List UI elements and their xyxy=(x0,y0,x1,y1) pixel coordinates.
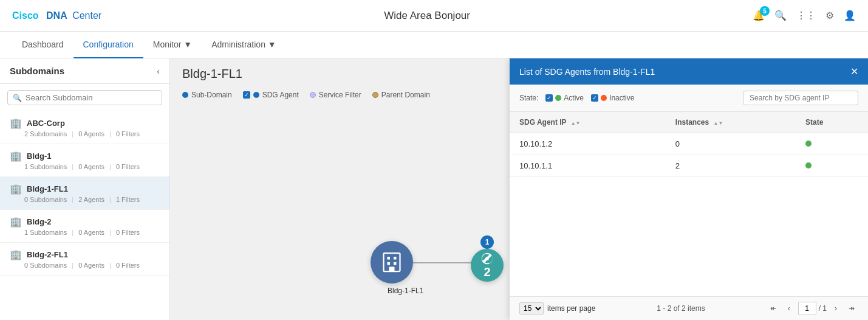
tab-configuration[interactable]: Configuration xyxy=(73,32,143,58)
building-icon-2: 🏢 xyxy=(10,183,22,195)
content-area: Bldg-1-FL1 Sub-Domain ✓ SDG Agent Servic… xyxy=(170,58,868,320)
col-ip[interactable]: SDG Agent IP ▲▼ xyxy=(510,112,666,133)
dot-parent xyxy=(372,92,378,98)
panel-close-btn[interactable]: ✕ xyxy=(850,66,858,77)
checkbox-active[interactable]: ✓ xyxy=(545,94,553,102)
page-title-header: Wide Area Bonjour xyxy=(384,10,470,22)
search-icon[interactable]: 🔍 xyxy=(774,10,787,21)
svg-rect-3 xyxy=(388,262,391,265)
page-next-btn[interactable]: › xyxy=(829,302,842,315)
table-row[interactable]: 10.10.1.1 2 xyxy=(510,155,868,177)
top-bar-icons: 🔔 5 🔍 ⋮⋮ ⚙ 👤 xyxy=(753,10,856,21)
sidebar-item-bldg1[interactable]: 🏢 Bldg-1 1 Subdomains | 0 Agents | 0 Fil… xyxy=(0,144,169,177)
sdg-node[interactable]: 1 2 xyxy=(471,249,504,282)
tab-dashboard[interactable]: Dashboard xyxy=(12,32,73,58)
search-icon-small: 🔍 xyxy=(13,94,22,102)
state-filters: State: ✓ Active ✓ Inactive xyxy=(519,94,634,102)
state-inactive-item: ✓ Inactive xyxy=(591,94,634,102)
svg-rect-5 xyxy=(389,267,395,272)
page-number-input[interactable] xyxy=(798,302,816,315)
panel-table: SDG Agent IP ▲▼ Instances ▲▼ State xyxy=(510,112,868,296)
brand-space xyxy=(41,10,44,21)
col-state: State xyxy=(796,112,868,133)
building-node[interactable] xyxy=(371,241,413,283)
legend-label-sdg: SDG Agent xyxy=(262,91,299,99)
dot-sdg xyxy=(253,92,259,98)
sidebar-header: Subdomains ‹ xyxy=(0,58,169,84)
tab-monitor[interactable]: Monitor ▼ xyxy=(143,32,202,58)
sdg-icon xyxy=(480,252,494,265)
brand-cisco: Cisco xyxy=(12,10,39,21)
sdg-agents-table: SDG Agent IP ▲▼ Instances ▲▼ State xyxy=(510,112,868,177)
sidebar-item-bldg2fl1[interactable]: 🏢 Bldg-2-FL1 0 Subdomains | 0 Agents | 0… xyxy=(0,243,169,276)
sidebar-item-bldg1fl1[interactable]: 🏢 Bldg-1-FL1 0 Subdomains | 2 Agents | 1… xyxy=(0,177,169,210)
brand-center: Center xyxy=(70,10,101,21)
sidebar-item-abc-corp[interactable]: 🏢 ABC-Corp 2 Subdomains | 0 Agents | 0 F… xyxy=(0,111,169,144)
node-connector xyxy=(412,262,473,263)
state-label: State: xyxy=(519,94,538,102)
cell-instances-0: 0 xyxy=(666,133,796,155)
items-per-page-select[interactable]: 15 xyxy=(519,302,544,315)
sort-ip: ▲▼ xyxy=(571,121,581,126)
apps-icon[interactable]: ⋮⋮ xyxy=(796,10,816,21)
nav-tabs: Dashboard Configuration Monitor ▼ Admini… xyxy=(0,32,868,58)
svg-rect-2 xyxy=(394,257,397,260)
state-active-item: ✓ Active xyxy=(545,94,584,102)
building-icon-4: 🏢 xyxy=(10,249,22,260)
per-page-selector: 15 items per page xyxy=(519,302,595,315)
active-label: Active xyxy=(564,94,584,102)
sidebar-item-name-1: Bldg-1 xyxy=(27,151,51,161)
sidebar-item-meta-1: 1 Subdomains | 0 Agents | 0 Filters xyxy=(10,163,160,170)
cell-state-0 xyxy=(796,133,868,155)
legend-label-parent: Parent Domain xyxy=(381,91,430,99)
col-instances[interactable]: Instances ▲▼ xyxy=(666,112,796,133)
subdomain-search-box: 🔍 xyxy=(7,90,162,105)
table-row[interactable]: 10.10.1.2 0 xyxy=(510,133,868,155)
svg-rect-1 xyxy=(388,257,391,260)
items-per-page-label: items per page xyxy=(547,304,595,313)
building-icon-0: 🏢 xyxy=(10,117,22,129)
settings-icon[interactable]: ⚙ xyxy=(825,10,834,21)
pagination: ↞ ‹ / 1 › ↠ xyxy=(767,302,858,315)
legend-sdg: ✓ SDG Agent xyxy=(243,91,299,99)
building-icon-1: 🏢 xyxy=(10,150,22,162)
sidebar-collapse-btn[interactable]: ‹ xyxy=(157,66,160,76)
status-dot-0 xyxy=(805,141,812,147)
legend-subdomain: Sub-Domain xyxy=(182,91,232,99)
panel-header: List of SDG Agents from Bldg-1-FL1 ✕ xyxy=(510,58,868,85)
sidebar-item-bldg2[interactable]: 🏢 Bldg-2 1 Subdomains | 0 Agents | 0 Fil… xyxy=(0,210,169,243)
checkbox-inactive[interactable]: ✓ xyxy=(591,94,598,102)
legend-parent: Parent Domain xyxy=(372,91,430,99)
tab-administration[interactable]: Administration ▼ xyxy=(202,32,285,58)
main-layout: Subdomains ‹ 🔍 🏢 ABC-Corp 2 Subdomains |… xyxy=(0,58,868,320)
notification-badge: 5 xyxy=(760,6,770,16)
sdg-agent-search-input[interactable] xyxy=(743,91,858,105)
legend-filter: Service Filter xyxy=(310,91,361,99)
page-last-btn[interactable]: ↠ xyxy=(845,302,858,315)
active-dot xyxy=(555,95,561,101)
checkbox-sdg[interactable]: ✓ xyxy=(243,91,250,99)
dot-filter xyxy=(310,92,316,98)
table-header-row: SDG Agent IP ▲▼ Instances ▲▼ State xyxy=(510,112,868,133)
building-icon-3: 🏢 xyxy=(10,216,22,228)
sdg-node-count: 2 xyxy=(484,265,490,279)
top-bar: Cisco DNA Center Wide Area Bonjour 🔔 5 🔍… xyxy=(0,0,868,32)
cell-ip-1: 10.10.1.1 xyxy=(510,155,666,177)
sidebar-title: Subdomains xyxy=(10,66,64,76)
user-icon[interactable]: 👤 xyxy=(844,10,856,21)
sidebar-item-meta-3: 1 Subdomains | 0 Agents | 0 Filters xyxy=(10,229,160,236)
cell-instances-1: 2 xyxy=(666,155,796,177)
page-first-btn[interactable]: ↞ xyxy=(767,302,780,315)
dot-subdomain xyxy=(182,92,188,98)
page-prev-btn[interactable]: ‹ xyxy=(782,302,796,315)
panel-title: List of SDG Agents from Bldg-1-FL1 xyxy=(519,67,655,77)
status-dot-1 xyxy=(805,162,812,169)
sidebar-item-name-3: Bldg-2 xyxy=(27,217,51,226)
brand-logo: Cisco DNA Center xyxy=(12,10,101,21)
notifications-icon[interactable]: 🔔 5 xyxy=(753,10,765,21)
sidebar-item-name-0: ABC-Corp xyxy=(27,119,65,128)
subdomain-search-input[interactable] xyxy=(26,93,157,102)
inactive-dot xyxy=(601,95,607,101)
sort-instances: ▲▼ xyxy=(714,121,723,126)
cell-ip-0: 10.10.1.2 xyxy=(510,133,666,155)
